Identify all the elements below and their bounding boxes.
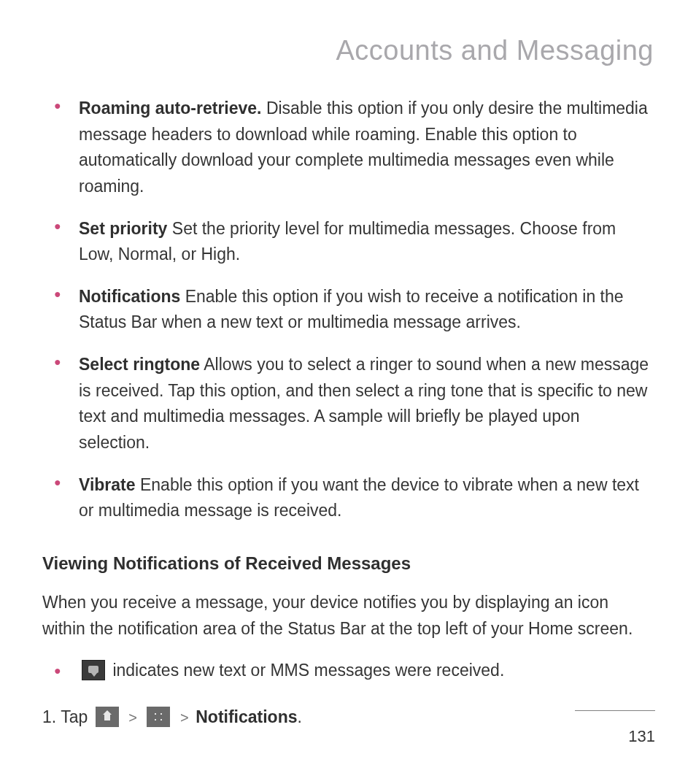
bullet-term: Set priority (79, 219, 167, 238)
settings-bullet-list: Roaming auto-retrieve. Disable this opti… (42, 96, 654, 524)
page-title: Accounts and Messaging (42, 35, 654, 66)
bullet-select-ringtone: Select ringtone Allows you to select a r… (79, 352, 654, 456)
apps-icon (147, 707, 170, 727)
section-body-text: When you receive a message, your device … (42, 590, 654, 642)
bullet-term: Roaming auto-retrieve. (79, 99, 262, 118)
footer-divider (575, 710, 655, 711)
bullet-notifications: Notifications Enable this option if you … (79, 284, 654, 336)
breadcrumb-chevron: > (176, 710, 193, 726)
step-verb: Tap (56, 707, 92, 726)
bullet-vibrate: Vibrate Enable this option if you want t… (79, 472, 654, 524)
bullet-set-priority: Set priority Set the priority level for … (79, 216, 654, 268)
page-number: 131 (628, 727, 655, 746)
home-icon (96, 707, 119, 727)
breadcrumb-chevron: > (125, 710, 142, 726)
step-period: . (298, 707, 302, 726)
icon-bullet-list: indicates new text or MMS messages were … (42, 658, 654, 684)
bullet-term: Select ringtone (79, 355, 200, 374)
bullet-desc: Enable this option if you want the devic… (79, 475, 639, 520)
icon-bullet-text: indicates new text or MMS messages were … (108, 661, 504, 680)
bullet-term: Vibrate (79, 475, 136, 494)
message-icon (82, 660, 105, 680)
step-destination: Notifications (196, 707, 297, 726)
page-content: Roaming auto-retrieve. Disable this opti… (42, 96, 654, 731)
step-number: 1. (42, 707, 56, 726)
bullet-roaming-auto-retrieve: Roaming auto-retrieve. Disable this opti… (79, 96, 654, 200)
step-1: 1. Tap > > Notifications. (42, 704, 654, 731)
icon-bullet-new-message: indicates new text or MMS messages were … (79, 658, 654, 684)
section-heading-viewing-notifications: Viewing Notifications of Received Messag… (42, 553, 654, 574)
bullet-term: Notifications (79, 287, 180, 306)
